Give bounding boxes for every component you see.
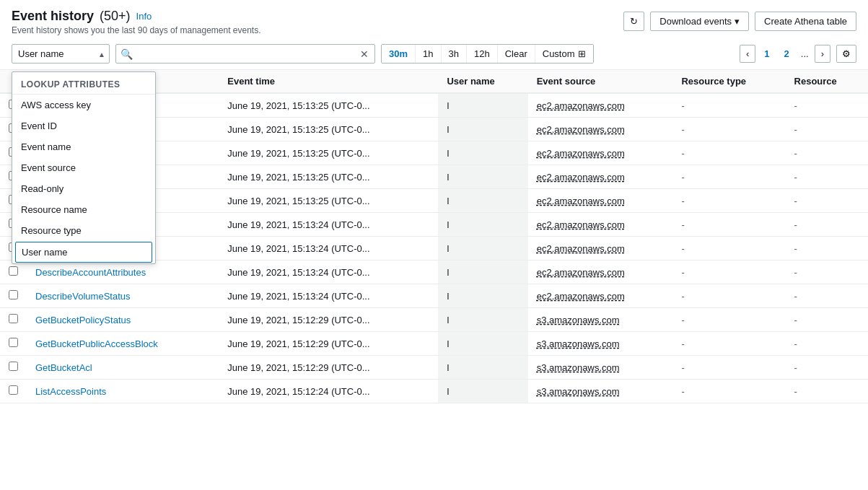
resource-type-cell: - bbox=[672, 165, 785, 189]
resource-cell: - bbox=[786, 237, 868, 261]
event-time-cell: June 19, 2021, 15:13:25 (UTC-0... bbox=[219, 165, 438, 189]
dropdown-item-event-source[interactable]: Event source bbox=[12, 157, 155, 178]
resource-type-cell: - bbox=[672, 332, 785, 356]
row-checkbox[interactable] bbox=[9, 290, 18, 299]
row-checkbox[interactable] bbox=[9, 362, 18, 371]
event-time-cell: June 19, 2021, 15:13:24 (UTC-0... bbox=[219, 261, 438, 284]
header-left: Event history (50+) Info Event history s… bbox=[12, 9, 261, 35]
event-source-cell: ec2.amazonaws.com bbox=[528, 237, 673, 261]
time-filter-3h[interactable]: 3h bbox=[442, 45, 467, 63]
resource-type-cell: - bbox=[672, 118, 785, 141]
time-filter-custom[interactable]: Custom ⊞ bbox=[535, 45, 593, 63]
event-source-cell: s3.amazonaws.com bbox=[528, 308, 673, 332]
resource-cell: - bbox=[786, 213, 868, 237]
event-time-cell: June 19, 2021, 15:12:24 (UTC-0... bbox=[219, 380, 438, 403]
dropdown-item-resource-name[interactable]: Resource name bbox=[12, 199, 155, 220]
resource-cell: - bbox=[786, 141, 868, 165]
event-name-link[interactable]: DescribeVolumeStatus bbox=[35, 291, 131, 302]
event-source-cell: ec2.amazonaws.com bbox=[528, 165, 673, 189]
event-time-cell: June 19, 2021, 15:12:29 (UTC-0... bbox=[219, 332, 438, 356]
row-checkbox[interactable] bbox=[9, 314, 18, 323]
dropdown-item-event-id[interactable]: Event ID bbox=[12, 115, 155, 136]
table-row: GetBucketAclJune 19, 2021, 15:12:29 (UTC… bbox=[0, 356, 868, 380]
dropdown-item-user-name[interactable]: User name bbox=[15, 242, 152, 263]
download-events-button[interactable]: Download events ▾ bbox=[650, 12, 749, 31]
column-settings-button[interactable]: ⚙ bbox=[836, 45, 856, 63]
event-name-link[interactable]: GetBucketAcl bbox=[35, 362, 92, 373]
dropdown-item-aws-access-key[interactable]: AWS access key bbox=[12, 95, 155, 115]
event-source-cell: ec2.amazonaws.com bbox=[528, 141, 673, 165]
user-name-cell: l bbox=[438, 165, 527, 189]
user-name-cell: l bbox=[438, 261, 527, 284]
page-header: Event history (50+) Info Event history s… bbox=[0, 0, 868, 38]
resource-cell: - bbox=[786, 189, 868, 213]
resource-cell: - bbox=[786, 118, 868, 141]
event-source-cell: s3.amazonaws.com bbox=[528, 380, 673, 403]
event-name-link[interactable]: GetBucketPolicyStatus bbox=[35, 315, 131, 325]
event-time-cell: June 19, 2021, 15:12:29 (UTC-0... bbox=[219, 308, 438, 332]
info-link[interactable]: Info bbox=[136, 11, 152, 22]
time-filter-group: 30m 1h 3h 12h Clear Custom ⊞ bbox=[381, 44, 594, 64]
dropdown-header: Lookup attributes bbox=[12, 72, 155, 95]
event-name-link[interactable]: GetBucketPublicAccessBlock bbox=[35, 338, 158, 349]
table-row: GetBucketPolicyStatusJune 19, 2021, 15:1… bbox=[0, 308, 868, 332]
resource-type-cell: - bbox=[672, 261, 785, 284]
search-clear-button[interactable]: ✕ bbox=[359, 48, 370, 60]
table-row: ListAccessPointsJune 19, 2021, 15:12:24 … bbox=[0, 380, 868, 403]
resource-type-cell: - bbox=[672, 141, 785, 165]
event-source-cell: ec2.amazonaws.com bbox=[528, 261, 673, 284]
pagination: ‹ 1 2 ... › bbox=[740, 45, 830, 63]
event-name-cell: GetBucketPolicyStatus bbox=[27, 308, 219, 332]
row-checkbox[interactable] bbox=[9, 338, 18, 347]
page-title: Event history bbox=[12, 9, 94, 24]
time-filter-12h[interactable]: 12h bbox=[467, 45, 498, 63]
user-name-cell: l bbox=[438, 118, 527, 141]
time-filter-30m[interactable]: 30m bbox=[382, 45, 416, 63]
resource-cell: - bbox=[786, 165, 868, 189]
user-name-cell: l bbox=[438, 380, 527, 403]
dropdown-item-read-only[interactable]: Read-only bbox=[12, 178, 155, 199]
page-2-button[interactable]: 2 bbox=[779, 45, 795, 62]
row-checkbox-cell bbox=[0, 308, 27, 332]
col-resource-type: Resource type bbox=[672, 70, 785, 93]
row-checkbox-cell bbox=[0, 332, 27, 356]
resource-type-cell: - bbox=[672, 380, 785, 403]
event-count: (50+) bbox=[100, 9, 131, 24]
event-time-cell: June 19, 2021, 15:13:24 (UTC-0... bbox=[219, 237, 438, 261]
header-title: Event history (50+) Info bbox=[12, 9, 261, 24]
download-arrow-icon: ▾ bbox=[735, 16, 740, 27]
search-wrapper: 🔍 ✕ bbox=[115, 44, 375, 64]
event-time-cell: June 19, 2021, 15:13:24 (UTC-0... bbox=[219, 213, 438, 237]
prev-page-button[interactable]: ‹ bbox=[740, 45, 755, 63]
event-time-cell: June 19, 2021, 15:13:25 (UTC-0... bbox=[219, 93, 438, 118]
row-checkbox-cell bbox=[0, 356, 27, 380]
dropdown-item-resource-type[interactable]: Resource type bbox=[12, 220, 155, 241]
create-athena-label: Create Athena table bbox=[764, 16, 847, 27]
resource-type-cell: - bbox=[672, 356, 785, 380]
row-checkbox[interactable] bbox=[9, 266, 18, 276]
event-source-cell: ec2.amazonaws.com bbox=[528, 189, 673, 213]
resource-cell: - bbox=[786, 93, 868, 118]
col-event-source: Event source bbox=[528, 70, 673, 93]
lookup-attribute-select[interactable]: User name AWS access key Event ID Event … bbox=[12, 44, 110, 64]
refresh-button[interactable]: ↻ bbox=[623, 12, 644, 31]
header-actions: ↻ Download events ▾ Create Athena table bbox=[623, 12, 856, 31]
event-name-link[interactable]: ListAccessPoints bbox=[35, 386, 106, 397]
user-name-cell: l bbox=[438, 141, 527, 165]
event-name-cell: GetBucketAcl bbox=[27, 356, 219, 380]
event-name-link[interactable]: DescribeAccountAttributes bbox=[35, 267, 146, 278]
resource-type-cell: - bbox=[672, 308, 785, 332]
time-filter-clear[interactable]: Clear bbox=[498, 45, 535, 63]
download-label: Download events bbox=[659, 16, 732, 27]
page-dots: ... bbox=[798, 45, 812, 62]
create-athena-button[interactable]: Create Athena table bbox=[755, 12, 856, 31]
col-event-time: Event time bbox=[219, 70, 438, 93]
next-page-button[interactable]: › bbox=[815, 45, 830, 63]
time-filter-1h[interactable]: 1h bbox=[416, 45, 441, 63]
row-checkbox[interactable] bbox=[9, 385, 18, 395]
search-input[interactable] bbox=[136, 45, 359, 63]
page-1-button[interactable]: 1 bbox=[758, 45, 775, 62]
event-time-cell: June 19, 2021, 15:13:25 (UTC-0... bbox=[219, 189, 438, 213]
user-name-cell: l bbox=[438, 93, 527, 118]
dropdown-item-event-name[interactable]: Event name bbox=[12, 136, 155, 157]
